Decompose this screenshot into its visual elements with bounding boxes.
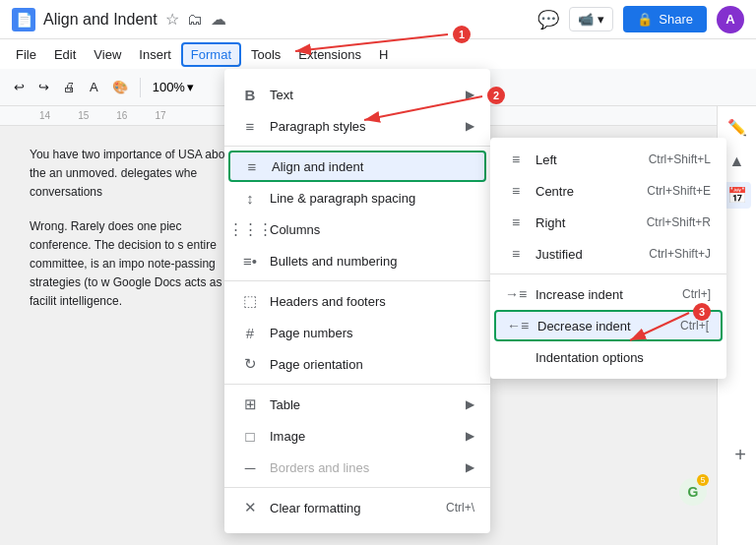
zoom-chevron: ▾ — [187, 80, 194, 94]
menu-tools[interactable]: Tools — [243, 44, 288, 65]
table-icon: ⊞ — [240, 395, 260, 413]
doc-icon: 📄 — [12, 8, 35, 31]
folder-icon[interactable]: 🗂 — [187, 11, 203, 29]
format-menu-paragraph-styles[interactable]: ≡ Paragraph styles ▶ — [224, 110, 490, 142]
align-submenu: ≡ Left Ctrl+Shift+L ≡ Centre Ctrl+Shift+… — [490, 138, 726, 379]
headers-icon: ⬚ — [240, 292, 260, 310]
format-menu-columns[interactable]: ⋮⋮⋮ Columns — [224, 213, 490, 245]
format-menu-section-3: ⬚ Headers and footers # Page numbers ↻ P… — [224, 281, 490, 385]
align-centre[interactable]: ≡ Centre Ctrl+Shift+E — [490, 175, 726, 207]
format-menu-section-5: ✕ Clear formatting Ctrl+\ — [224, 488, 490, 527]
cloud-icon[interactable]: ☁ — [211, 10, 226, 29]
line-spacing-icon: ↕ — [240, 190, 260, 207]
menu-help[interactable]: H — [371, 44, 396, 65]
title-icons: ☆ 🗂 ☁ — [165, 10, 226, 29]
grammarly-icon[interactable]: G 5 — [679, 478, 707, 506]
zoom-button[interactable]: 100% ▾ — [147, 78, 200, 96]
doc-paragraph-1: You have two importance of USA about the… — [30, 146, 246, 203]
menu-insert[interactable]: Insert — [131, 44, 179, 65]
format-menu-text[interactable]: B Text ▶ — [224, 79, 490, 110]
align-left-shortcut: Ctrl+Shift+L — [649, 152, 711, 166]
indentation-options[interactable]: Indentation options — [490, 341, 726, 373]
ruler-mark: 15 — [78, 110, 89, 121]
text-bold-icon: B — [240, 87, 260, 103]
title-right: 💬 📹 ▾ 🔒 Share A — [537, 6, 744, 33]
align-left[interactable]: ≡ Left Ctrl+Shift+L — [490, 144, 726, 175]
align-right-shortcut: Ctrl+Shift+R — [647, 215, 711, 229]
comment-icon[interactable]: 💬 — [537, 9, 559, 30]
decrease-indent-icon: ←≡ — [508, 318, 528, 333]
collapse-sidebar-icon[interactable]: ▲ — [725, 149, 749, 174]
page-orientation-icon: ↻ — [240, 355, 260, 373]
align-justified-shortcut: Ctrl+Shift+J — [649, 247, 711, 261]
format-menu-section-1: B Text ▶ ≡ Paragraph styles ▶ — [224, 75, 490, 147]
doc-title: Align and Indent — [43, 11, 158, 29]
menu-extensions[interactable]: Extensions — [290, 44, 369, 65]
menu-edit[interactable]: Edit — [46, 44, 84, 65]
ruler-mark: 17 — [155, 110, 165, 121]
redo-button[interactable]: ↪ — [32, 76, 55, 98]
table-arrow-icon: ▶ — [466, 397, 474, 411]
format-menu-headers[interactable]: ⬚ Headers and footers — [224, 285, 490, 317]
meet-chevron: ▾ — [598, 12, 604, 27]
doc-paragraph-2: Wrong. Rarely does one piec conference. … — [30, 217, 246, 312]
format-menu-image[interactable]: □ Image ▶ — [224, 420, 490, 452]
format-menu-page-numbers[interactable]: # Page numbers — [224, 317, 490, 348]
decrease-indent-shortcut: Ctrl+[ — [680, 319, 709, 333]
menu-view[interactable]: View — [86, 44, 129, 65]
increase-indent[interactable]: →≡ Increase indent Ctrl+] — [490, 278, 726, 310]
clear-icon: ✕ — [240, 499, 260, 516]
menu-bar: File Edit View Insert Format Tools Exten… — [0, 39, 756, 69]
edit-sidebar-icon[interactable]: ✏️ — [724, 114, 751, 141]
ruler-mark: 16 — [116, 110, 127, 121]
share-button[interactable]: 🔒 Share — [623, 6, 707, 32]
format-menu-line-spacing[interactable]: ↕ Line & paragraph spacing — [224, 182, 490, 213]
ruler-marks: 14 15 16 17 — [39, 110, 166, 121]
borders-arrow-icon: ▶ — [466, 460, 474, 474]
format-menu-clear[interactable]: ✕ Clear formatting Ctrl+\ — [224, 492, 490, 523]
toolbar-separator — [140, 78, 141, 97]
share-label: Share — [659, 12, 693, 27]
format-menu-align-indent[interactable]: ≡ Align and indent — [228, 151, 486, 182]
image-arrow-icon: ▶ — [466, 429, 474, 443]
lock-icon: 🔒 — [637, 12, 653, 27]
meet-button[interactable]: 📹 ▾ — [569, 7, 613, 31]
spellcheck-button[interactable]: A — [84, 76, 104, 98]
star-icon[interactable]: ☆ — [165, 10, 179, 29]
format-menu-table[interactable]: ⊞ Table ▶ — [224, 389, 490, 420]
format-menu-page-orientation[interactable]: ↻ Page orientation — [224, 348, 490, 380]
paragraph-arrow-icon: ▶ — [466, 119, 474, 133]
align-justified[interactable]: ≡ Justified Ctrl+Shift+J — [490, 238, 726, 270]
columns-icon: ⋮⋮⋮ — [240, 220, 260, 238]
page-numbers-icon: # — [240, 325, 260, 341]
paint-format-button[interactable]: 🎨 — [106, 76, 134, 98]
menu-file[interactable]: File — [8, 44, 44, 65]
align-justified-icon: ≡ — [506, 246, 526, 262]
bullets-icon: ≡• — [240, 253, 260, 270]
format-menu-bullets[interactable]: ≡• Bullets and numbering — [224, 245, 490, 276]
align-right[interactable]: ≡ Right Ctrl+Shift+R — [490, 207, 726, 238]
align-left-icon: ≡ — [506, 151, 526, 167]
undo-button[interactable]: ↩ — [8, 76, 31, 98]
image-icon: □ — [240, 428, 260, 445]
decrease-indent[interactable]: ←≡ Decrease indent Ctrl+[ — [494, 310, 723, 341]
print-button[interactable]: 🖨 — [57, 76, 82, 98]
text-arrow-icon: ▶ — [466, 88, 474, 101]
clear-shortcut: Ctrl+\ — [446, 501, 474, 515]
menu-format[interactable]: Format — [181, 42, 241, 67]
zoom-value: 100% — [153, 80, 185, 94]
meet-icon: 📹 — [578, 12, 594, 27]
calendar-sidebar-icon[interactable]: 📅 — [724, 182, 751, 209]
increase-indent-shortcut: Ctrl+] — [682, 287, 711, 301]
increase-indent-icon: →≡ — [506, 286, 526, 302]
title-bar: 📄 Align and Indent ☆ 🗂 ☁ 💬 📹 ▾ 🔒 Share A — [0, 0, 756, 39]
align-centre-shortcut: Ctrl+Shift+E — [647, 184, 711, 198]
add-button[interactable]: + — [734, 444, 746, 466]
format-menu-section-2: ≡ Align and indent ↕ Line & paragraph sp… — [224, 147, 490, 281]
format-menu-borders[interactable]: ─ Borders and lines ▶ — [224, 452, 490, 483]
format-menu-section-4: ⊞ Table ▶ □ Image ▶ ─ Borders and lines … — [224, 385, 490, 488]
format-menu: B Text ▶ ≡ Paragraph styles ▶ ≡ Align an… — [224, 69, 490, 533]
paragraph-styles-icon: ≡ — [240, 118, 260, 135]
ruler-mark: 14 — [39, 110, 50, 121]
avatar[interactable]: A — [717, 6, 744, 33]
